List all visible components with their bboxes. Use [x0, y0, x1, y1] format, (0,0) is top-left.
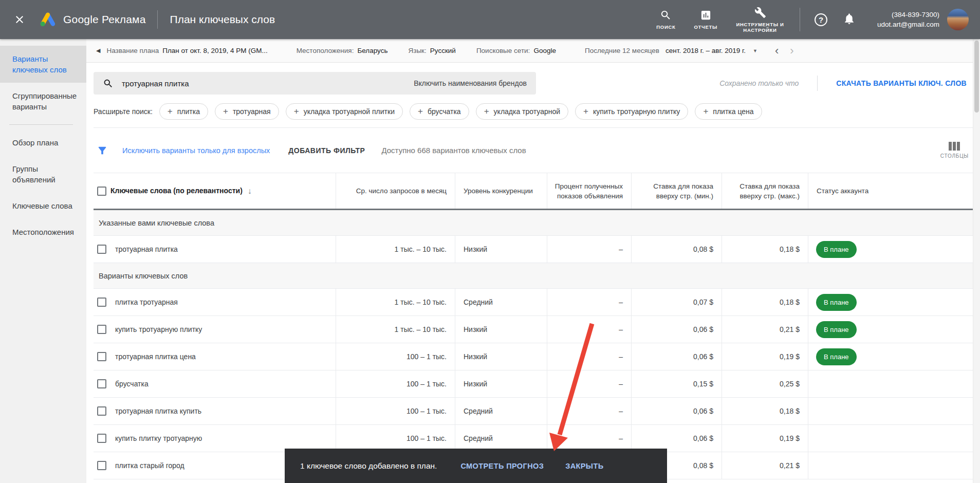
plan-settings-bar: ◀ Название плана План от окт. 8, 2019, 4…	[86, 39, 973, 63]
search-icon	[103, 78, 114, 89]
row-checkbox[interactable]	[97, 325, 106, 334]
date-range-dropdown[interactable]: сент. 2018 г. – авг. 2019 г.	[665, 47, 746, 54]
keyword-chip[interactable]: +укладка тротуарной	[476, 103, 568, 120]
download-keyword-ideas-button[interactable]: СКАЧАТЬ ВАРИАНТЫ КЛЮЧ. СЛОВ	[836, 79, 967, 87]
avg-searches-cell: 100 – 1 тыс.	[336, 398, 455, 424]
account-status-cell	[808, 425, 973, 452]
column-header-account-status[interactable]: Статус аккаунта	[808, 173, 973, 209]
row-checkbox-cell	[94, 452, 110, 479]
topbar-divider	[157, 10, 158, 29]
keyword-chip[interactable]: +укладка тротуарной плитки	[286, 103, 403, 120]
row-checkbox[interactable]	[97, 245, 106, 254]
column-header-top-bid-min[interactable]: Ставка для показа вверху стр. (мин.)	[631, 173, 722, 209]
avg-searches-cell: 100 – 1 тыс.	[336, 425, 455, 452]
status-badge[interactable]: В плане	[816, 294, 857, 311]
row-checkbox[interactable]	[97, 379, 106, 388]
row-checkbox[interactable]	[97, 434, 106, 443]
networks-setting[interactable]: Поисковые сети: Google	[476, 47, 556, 54]
topbar-actions: ПОИСК ОТЧЕТЫ ИНСТРУМЕНТЫ И НАСТРОЙКИ ? (…	[656, 7, 980, 33]
period-label: Последние 12 месяцев	[585, 47, 659, 54]
keyword-chip[interactable]: +тротуарная	[215, 103, 279, 120]
account-info: (384-839-7300) udot.art@gmail.com	[877, 10, 939, 29]
columns-button[interactable]: СТОЛБЦЫ	[940, 142, 969, 159]
competition-cell: Низкий	[455, 316, 547, 343]
sidebar-item-keywords[interactable]: Ключевые слова	[0, 193, 86, 219]
bid-max-cell: 0,25 $	[722, 370, 808, 397]
keyword-chip[interactable]: +купить тротуарную плитку	[575, 103, 688, 120]
column-header-impression-share[interactable]: Процент полученных показов объявления	[547, 173, 631, 209]
sidebar-item-keyword-ideas[interactable]: Варианты ключевых слов	[0, 46, 86, 83]
status-badge[interactable]: В плане	[816, 241, 857, 258]
search-row: тротуарная плитка Включить наименования …	[94, 72, 973, 95]
select-all-checkbox[interactable]	[97, 187, 106, 196]
reports-nav-button[interactable]: ОТЧЕТЫ	[694, 9, 717, 30]
row-checkbox[interactable]	[97, 406, 106, 416]
plus-icon: +	[168, 106, 173, 117]
row-checkbox[interactable]	[97, 352, 106, 361]
keyword-cell: купить тротуарную плитку	[110, 316, 336, 343]
available-ideas-count: Доступно 668 вариантов ключевых слов	[381, 146, 526, 155]
impression-share-cell: –	[547, 289, 631, 315]
row-checkbox[interactable]	[97, 461, 106, 470]
status-badge[interactable]: В плане	[816, 321, 857, 338]
close-icon[interactable]	[13, 13, 26, 26]
toast-close-button[interactable]: ЗАКРЫТЬ	[565, 462, 603, 470]
keyword-search-input[interactable]: тротуарная плитка Включить наименования …	[94, 72, 536, 95]
sidebar-item-ad-groups[interactable]: Группы объявлений	[0, 156, 86, 193]
plus-icon: +	[418, 106, 423, 117]
next-period-button[interactable]: ›	[790, 46, 793, 56]
avatar[interactable]	[947, 9, 969, 30]
keyword-plan-screen: Google Реклама План ключевых слов ПОИСК …	[0, 0, 980, 483]
topbar-divider	[800, 8, 800, 31]
row-checkbox[interactable]	[97, 298, 106, 307]
tools-settings-nav-button[interactable]: ИНСТРУМЕНТЫ И НАСТРОЙКИ	[736, 7, 784, 33]
column-header-competition[interactable]: Уровень конкуренции	[455, 173, 547, 209]
row-checkbox-cell	[94, 236, 110, 263]
sidebar-item-grouped-ideas[interactable]: Сгруппированные варианты	[0, 83, 86, 120]
notifications-bell-icon[interactable]	[843, 12, 856, 27]
keyword-chip[interactable]: +брусчатка	[410, 103, 469, 120]
plus-icon: +	[484, 106, 489, 117]
sort-descending-icon: ↓	[248, 186, 252, 196]
account-status-cell: В плане	[808, 343, 973, 370]
sidebar-item-plan-overview[interactable]: Обзор плана	[0, 129, 86, 156]
help-icon[interactable]: ?	[815, 13, 827, 26]
column-header-keywords[interactable]: Ключевые слова (по релевантности) ↓	[110, 173, 336, 209]
bid-max-cell: 0,18 $	[722, 398, 808, 424]
search-nav-button[interactable]: ПОИСК	[656, 9, 675, 30]
column-header-avg-searches[interactable]: Ср. число запросов в месяц	[336, 173, 455, 209]
chevron-down-icon[interactable]: ▼	[753, 48, 757, 53]
bid-max-cell: 0,19 $	[722, 425, 808, 452]
competition-cell: Средний	[455, 398, 547, 424]
table-row: брусчатка100 – 1 тыс.Низкий–0,15 $0,25 $	[94, 370, 973, 398]
plus-icon: +	[583, 106, 588, 117]
bid-min-cell: 0,06 $	[631, 425, 722, 452]
table-header-row: Ключевые слова (по релевантности) ↓ Ср. …	[94, 173, 973, 210]
sidebar-divider	[9, 124, 73, 125]
table-row: тротуарная плитка1 тыс. – 10 тыс.Низкий–…	[94, 236, 973, 263]
scrollbar-thumb[interactable]	[974, 41, 979, 113]
account-status-cell	[808, 398, 973, 424]
keyword-chip[interactable]: +плитка цена	[695, 103, 762, 120]
avg-searches-cell: 1 тыс. – 10 тыс.	[336, 289, 455, 315]
previous-period-button[interactable]: ‹	[775, 46, 779, 56]
keyword-chip[interactable]: +плитка	[159, 103, 208, 120]
account-email: udot.art@gmail.com	[877, 20, 939, 29]
chip-label: купить тротуарную плитку	[593, 107, 680, 116]
locations-setting[interactable]: Местоположения: Беларусь	[297, 47, 388, 54]
language-setting[interactable]: Язык: Русский	[408, 47, 455, 54]
column-header-top-bid-max[interactable]: Ставка для показа вверху стр. (макс.)	[722, 173, 808, 209]
exclude-adult-ideas-link[interactable]: Исключить варианты только для взрослых	[122, 146, 270, 155]
status-badge[interactable]: В плане	[816, 348, 857, 365]
sidebar-item-locations[interactable]: Местоположения	[0, 219, 86, 245]
view-forecast-button[interactable]: СМОТРЕТЬ ПРОГНОЗ	[460, 462, 544, 470]
impression-share-cell: –	[547, 398, 631, 424]
keyword-cell: тротуарная плитка	[110, 236, 336, 263]
expand-search-row: Расширьте поиск: +плитка+тротуарная+укла…	[94, 103, 973, 120]
filter-funnel-icon[interactable]	[97, 145, 108, 156]
collapse-panel-icon[interactable]: ◀	[96, 47, 100, 54]
include-brands-button[interactable]: Включить наименования брендов	[414, 79, 527, 87]
add-filter-button[interactable]: ДОБАВИТЬ ФИЛЬТР	[288, 146, 365, 155]
toast-notification: 1 ключевое слово добавлено в план. СМОТР…	[285, 449, 667, 483]
plan-name-setting[interactable]: Название плана План от окт. 8, 2019, 4 P…	[106, 47, 267, 54]
